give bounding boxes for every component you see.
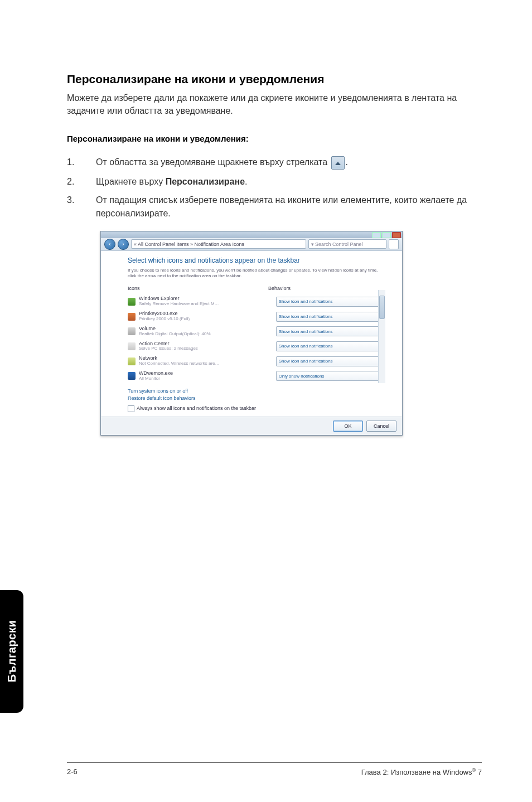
app-subtitle: Realtek Digital Output(Optical): 40%: [139, 332, 270, 337]
address-bar[interactable]: « All Control Panel Items » Notification…: [131, 239, 306, 249]
language-side-tab: Български: [0, 590, 23, 713]
app-icon: [128, 357, 136, 365]
behavior-cell: Show icon and notifications: [276, 341, 385, 351]
icon-row: NetworkNot Connected. Wireless networks …: [128, 354, 385, 369]
app-icon: [128, 327, 136, 335]
step-1: 1. От областта за уведомяване щракнете в…: [67, 156, 468, 170]
app-subtitle: All Monitor: [139, 376, 270, 381]
app-label: WDwemon.exeAll Monitor: [139, 371, 276, 381]
link-restore-defaults[interactable]: Restore default icon behaviors: [128, 395, 385, 401]
search-placeholder: Search Control Panel: [315, 241, 363, 247]
page-footer: 2-6 Глава 2: Използване на Windows® 7: [67, 767, 482, 776]
behavior-cell: Show icon and notifications: [276, 356, 385, 366]
step-number: 3.: [67, 194, 84, 206]
refresh-button[interactable]: [389, 239, 399, 249]
app-label: Printkey2000.exePrintkey 2000 v5.10 (Ful…: [139, 311, 276, 322]
app-subtitle: Safely Remove Hardware and Eject M…: [139, 302, 270, 307]
scrollbar-thumb[interactable]: [379, 296, 385, 319]
icon-row: Printkey2000.exePrintkey 2000 v5.10 (Ful…: [128, 309, 385, 324]
footer-links: Turn system icons on or off Restore defa…: [128, 388, 385, 401]
step-3: 3. От падащия списък изберете поведеният…: [67, 194, 468, 219]
body-subtext: If you choose to hide icons and notifica…: [128, 268, 385, 279]
language-label: Български: [6, 620, 18, 682]
window-footer: OK Cancel: [101, 417, 402, 435]
step-2: 2. Щракнете върху Персонализиране.: [67, 175, 468, 188]
screenshot-window: ‹ › « All Control Panel Items » Notifica…: [100, 231, 403, 436]
scrollbar[interactable]: [378, 290, 385, 383]
icon-rows: Windows ExplorerSafely Remove Hardware a…: [128, 294, 385, 383]
behavior-cell: Only show notifications: [276, 371, 385, 381]
behavior-cell: Show icon and notifications: [276, 326, 385, 336]
list-header: Icons Behaviors: [128, 284, 385, 294]
window-body: Select which icons and notifications app…: [101, 251, 402, 417]
app-label: Action CenterSolve PC issues: 2 messages: [139, 341, 276, 352]
window-buttons: [372, 232, 401, 238]
always-show-checkbox[interactable]: Always show all icons and notifications …: [128, 405, 385, 412]
icon-row: VolumeRealtek Digital Output(Optical): 4…: [128, 324, 385, 339]
nav-back-button[interactable]: ‹: [104, 239, 115, 250]
app-icon: [128, 313, 136, 321]
step-text-after: .: [245, 177, 247, 186]
app-subtitle: Solve PC issues: 2 messages: [139, 346, 270, 351]
behavior-cell: Show icon and notifications: [276, 297, 385, 307]
checkbox-icon: [128, 405, 134, 412]
step-text-after: .: [346, 157, 348, 167]
behavior-dropdown[interactable]: Show icon and notifications: [276, 297, 385, 307]
minimize-button[interactable]: [372, 232, 381, 238]
icon-row: Windows ExplorerSafely Remove Hardware a…: [128, 294, 385, 309]
app-subtitle: Not Connected. Wireless networks are…: [139, 361, 270, 366]
search-input[interactable]: ▾ Search Control Panel: [308, 239, 386, 249]
behavior-dropdown[interactable]: Show icon and notifications: [276, 341, 385, 351]
col-behaviors: Behaviors: [268, 286, 385, 291]
step-text: От падащия списък изберете поведенията н…: [96, 195, 467, 218]
ok-button[interactable]: OK: [333, 421, 363, 432]
behavior-dropdown[interactable]: Show icon and notifications: [276, 312, 385, 322]
nav-forward-button[interactable]: ›: [118, 239, 129, 250]
icon-row: WDwemon.exeAll MonitorOnly show notifica…: [128, 369, 385, 384]
step-text: От областта за уведомяване щракнете върх…: [96, 157, 330, 167]
chapter-label: Глава 2: Използване на Windows® 7: [361, 767, 482, 776]
body-heading: Select which icons and notifications app…: [128, 257, 385, 264]
arrow-up-icon: [331, 156, 345, 170]
step-number: 2.: [67, 175, 84, 188]
maximize-button[interactable]: [382, 232, 391, 238]
section-title: Персонализиране на икони и увердомления: [67, 73, 468, 86]
behavior-cell: Show icon and notifications: [276, 312, 385, 322]
step-number: 1.: [67, 156, 84, 168]
checkbox-label: Always show all icons and notifications …: [137, 405, 256, 411]
col-icons: Icons: [128, 286, 268, 291]
behavior-dropdown[interactable]: Only show notifications: [276, 371, 385, 381]
app-label: VolumeRealtek Digital Output(Optical): 4…: [139, 326, 276, 337]
footer-divider: [67, 762, 482, 763]
step-text: Щракнете върху: [96, 177, 166, 186]
behavior-dropdown[interactable]: Show icon and notifications: [276, 326, 385, 336]
section-subhead: Персонализиране на икони и уведомления:: [67, 134, 468, 143]
steps-list: 1. От областта за уведомяване щракнете в…: [67, 156, 468, 219]
app-subtitle: Printkey 2000 v5.10 (Full): [139, 317, 270, 322]
window-titlebar: [101, 231, 402, 238]
icon-row: Action CenterSolve PC issues: 2 messages…: [128, 339, 385, 354]
section-intro: Можете да изберете дали да покажете или …: [67, 91, 468, 117]
app-icon: [128, 342, 136, 350]
app-label: Windows ExplorerSafely Remove Hardware a…: [139, 296, 276, 307]
window-nav: ‹ › « All Control Panel Items » Notifica…: [101, 238, 402, 251]
app-label: NetworkNot Connected. Wireless networks …: [139, 356, 276, 366]
behavior-dropdown[interactable]: Show icon and notifications: [276, 356, 385, 366]
page-number: 2-6: [67, 767, 78, 776]
app-icon: [128, 372, 136, 380]
cancel-button[interactable]: Cancel: [366, 421, 396, 432]
app-icon: [128, 298, 136, 306]
step-bold: Персонализиране: [166, 177, 245, 186]
close-button[interactable]: [392, 232, 401, 238]
link-turn-system-icons[interactable]: Turn system icons on or off: [128, 388, 385, 394]
